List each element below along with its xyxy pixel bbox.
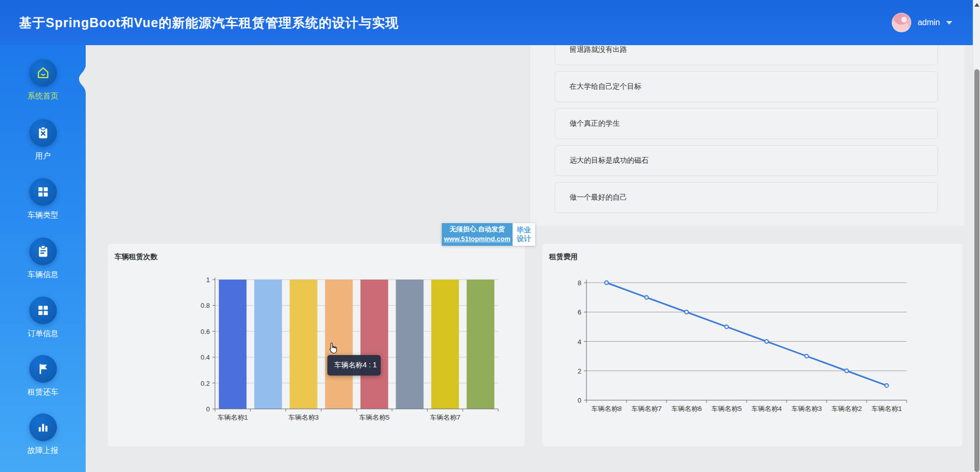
y-tick-label: 0.6 xyxy=(201,328,210,336)
quote-text: 远大的目标是成功的磁石 xyxy=(570,156,649,165)
bar-车辆名称5[interactable] xyxy=(361,280,388,409)
x-tick-label: 车辆名称3 xyxy=(288,414,319,421)
scrollbar-up-arrow-icon[interactable] xyxy=(974,3,979,7)
y-tick-label: 0.4 xyxy=(201,353,210,361)
y-tick-label: 8 xyxy=(578,279,581,287)
line-chart: 02468车辆名称8车辆名称7车辆名称6车辆名称5车辆名称4车辆名称3车辆名称2… xyxy=(542,244,963,446)
sidebar-item-label: 车辆信息 xyxy=(0,270,86,280)
sidebar-nav: 系统首页用户车辆类型车辆信息订单信息租赁还车故障上报 xyxy=(0,45,86,472)
data-point-车辆名称2[interactable] xyxy=(845,369,849,372)
quotes-panel: 留退路就没有出路在大学给自己定个目标做个真正的学生远大的目标是成功的磁石做一个最… xyxy=(530,45,965,226)
bar-车辆名称8[interactable] xyxy=(467,280,495,409)
sidebar-item-label: 用户 xyxy=(0,151,86,161)
data-point-车辆名称7[interactable] xyxy=(645,296,649,299)
line-chart-card: 租赁费用 02468车辆名称8车辆名称7车辆名称6车辆名称5车辆名称4车辆名称3… xyxy=(542,244,963,446)
grid-icon xyxy=(29,297,57,324)
bar-车辆名称3[interactable] xyxy=(290,280,318,409)
chart-tooltip: 车辆名称4 : 1 xyxy=(327,355,381,376)
bar-车辆名称2[interactable] xyxy=(254,280,282,409)
home-icon xyxy=(29,59,57,87)
y-tick-label: 0 xyxy=(578,397,581,404)
y-tick-label: 0.2 xyxy=(201,380,210,387)
clipboard-lines-icon xyxy=(29,238,57,265)
quote-card[interactable]: 远大的目标是成功的磁石 xyxy=(555,145,938,176)
sidebar-item-label: 车辆类型 xyxy=(0,210,86,220)
sidebar-item-label: 系统首页 xyxy=(0,91,86,101)
quote-card[interactable]: 做个真正的学生 xyxy=(555,108,938,139)
username-label: admin xyxy=(917,18,940,27)
x-tick-label: 车辆名称6 xyxy=(671,405,701,412)
flag-icon xyxy=(29,355,57,383)
mouse-cursor-icon xyxy=(326,342,340,356)
x-tick-label: 车辆名称7 xyxy=(631,405,661,412)
bar-车辆名称1[interactable] xyxy=(219,280,247,409)
quote-text: 留退路就没有出路 xyxy=(570,45,627,54)
x-tick-label: 车辆名称5 xyxy=(359,414,389,421)
vertical-scrollbar-thumb[interactable] xyxy=(974,69,979,472)
x-tick-label: 车辆名称1 xyxy=(218,414,248,421)
y-tick-label: 0 xyxy=(206,405,210,413)
y-tick-label: 0.8 xyxy=(201,302,210,309)
bar-chart-icon xyxy=(29,414,57,441)
watermark-badge-label: 毕业 设计 xyxy=(513,223,535,246)
sidebar-item-vehicle-type[interactable]: 车辆类型 xyxy=(0,178,86,220)
y-tick-label: 6 xyxy=(578,308,581,316)
active-item-notch xyxy=(76,65,86,93)
sidebar-item-users[interactable]: 用户 xyxy=(0,119,86,161)
bar-chart-card: 车辆租赁次数 00.20.40.60.81车辆名称1车辆名称3车辆名称5车辆名称… xyxy=(108,244,525,446)
x-tick-label: 车辆名称4 xyxy=(751,405,781,412)
app-header: 基于SpringBoot和Vue的新能源汽车租赁管理系统的设计与实现 admin xyxy=(0,0,973,45)
chevron-down-icon xyxy=(946,21,952,25)
x-tick-label: 车辆名称2 xyxy=(831,405,861,412)
bar-车辆名称6[interactable] xyxy=(396,280,424,409)
sidebar-item-label: 订单信息 xyxy=(0,329,86,339)
data-point-车辆名称6[interactable] xyxy=(685,310,689,314)
data-point-车辆名称5[interactable] xyxy=(725,325,729,328)
sidebar-item-vehicle-info[interactable]: 车辆信息 xyxy=(0,238,86,280)
data-point-车辆名称3[interactable] xyxy=(805,355,809,358)
sidebar-item-rental-return[interactable]: 租赁还车 xyxy=(0,355,86,397)
x-tick-label: 车辆名称8 xyxy=(591,405,621,412)
x-tick-label: 车辆名称7 xyxy=(430,414,460,421)
sidebar-item-home[interactable]: 系统首页 xyxy=(0,59,86,101)
app-window: 基于SpringBoot和Vue的新能源汽车租赁管理系统的设计与实现 admin… xyxy=(0,0,980,472)
data-point-车辆名称4[interactable] xyxy=(765,340,769,343)
y-tick-label: 2 xyxy=(578,367,581,375)
sidebar-item-fault-report[interactable]: 故障上报 xyxy=(0,414,86,456)
data-point-车辆名称1[interactable] xyxy=(885,384,889,387)
bar-chart: 00.20.40.60.81车辆名称1车辆名称3车辆名称5车辆名称7 xyxy=(108,244,525,446)
x-tick-label: 车辆名称3 xyxy=(791,405,821,412)
quote-text: 做个真正的学生 xyxy=(570,119,620,128)
badge-line2: 设计 xyxy=(517,234,531,244)
quote-text: 做一个最好的自己 xyxy=(570,193,627,202)
watermark-text: 无须担心.自动发货 www.51topmind.com xyxy=(442,223,513,246)
sidebar-item-label: 租赁还车 xyxy=(0,387,86,397)
avatar[interactable] xyxy=(892,13,911,32)
sidebar-item-label: 故障上报 xyxy=(0,446,86,456)
quote-card[interactable]: 在大学给自己定个目标 xyxy=(555,71,938,102)
page-title: 基于SpringBoot和Vue的新能源汽车租赁管理系统的设计与实现 xyxy=(19,0,399,45)
x-tick-label: 车辆名称1 xyxy=(871,405,901,412)
watermark-url[interactable]: www.51topmind.com xyxy=(444,234,511,244)
vertical-scrollbar-track[interactable] xyxy=(973,0,980,472)
data-point-车辆名称8[interactable] xyxy=(605,281,609,285)
grid-icon xyxy=(29,178,57,206)
bar-车辆名称7[interactable] xyxy=(432,280,459,409)
user-dropdown[interactable]: admin xyxy=(892,0,952,45)
y-tick-label: 4 xyxy=(578,338,581,346)
watermark-badge[interactable]: 无须担心.自动发货 www.51topmind.com 毕业 设计 xyxy=(442,223,535,246)
y-tick-label: 1 xyxy=(206,276,210,284)
quote-card[interactable]: 做一个最好的自己 xyxy=(555,182,938,213)
watermark-line1: 无须担心.自动发货 xyxy=(449,225,505,234)
clipboard-x-icon xyxy=(29,119,57,147)
x-tick-label: 车辆名称5 xyxy=(711,405,741,412)
badge-line1: 毕业 xyxy=(517,226,531,235)
quote-text: 在大学给自己定个目标 xyxy=(570,82,641,91)
sidebar-item-order-info[interactable]: 订单信息 xyxy=(0,297,86,339)
